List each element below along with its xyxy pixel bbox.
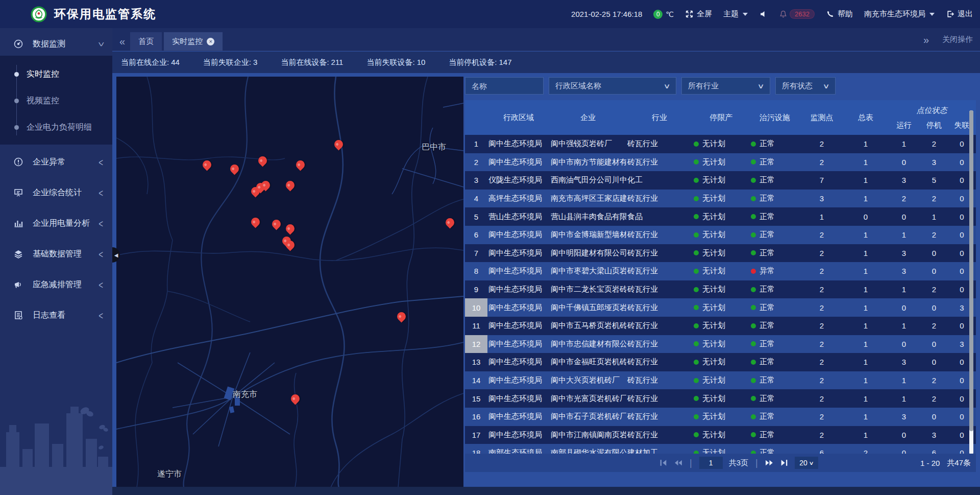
next-page-icon[interactable]	[765, 459, 774, 466]
table-row[interactable]: 8阆中生态环境局阆中市枣碧大梁山页岩砖瓦行业无计划异常21300	[465, 262, 976, 280]
range-label: 1 - 20	[920, 459, 940, 467]
table-row[interactable]: 10阆中生态环境局阆中千佛镇五郎垭页岩砖瓦行业无计划正常21003	[465, 298, 976, 317]
tabs-scroll-left-icon[interactable]: «	[119, 36, 125, 46]
close-operations-button[interactable]: 关闭操作	[942, 35, 973, 44]
page-size-select[interactable]: 20∨	[795, 457, 818, 469]
sidebar-item[interactable]: 基础数据管理<	[0, 241, 112, 267]
stat-item: 当前失联设备:10	[366, 58, 425, 67]
map-panel[interactable]: 巴中市南充市遂宁市	[116, 77, 463, 487]
row-production-status: 无计划	[702, 194, 725, 203]
logout-button[interactable]: 退出	[946, 9, 973, 19]
help-button[interactable]: 帮助	[826, 9, 853, 19]
sidebar-item[interactable]: 日志查看<	[0, 302, 112, 328]
sidebar: 数据监测<实时监控视频监控企业电力负荷明细企业异常<企业综合统计<企业用电量分析…	[0, 28, 112, 495]
row-run-count: 1	[888, 226, 920, 244]
row-pollution-status: 正常	[760, 321, 775, 331]
chevron-left-icon: <	[99, 156, 103, 168]
tabs-scroll-right-icon[interactable]: »	[923, 35, 929, 45]
name-filter-input[interactable]	[472, 82, 537, 90]
row-index: 9	[465, 280, 487, 299]
status-dot-icon	[751, 432, 756, 437]
last-page-icon[interactable]	[780, 459, 789, 466]
first-page-icon[interactable]	[659, 459, 668, 466]
table-row[interactable]: 1阆中生态环境局阆中强锐页岩砖厂砖瓦行业无计划正常21120	[465, 135, 976, 153]
row-run-count: 1	[888, 371, 920, 390]
row-monitor-count: 2	[800, 389, 844, 408]
table-row[interactable]: 13阆中生态环境局阆中市金福旺页岩机砖砖瓦行业无计划正常21300	[465, 353, 976, 371]
tab-home[interactable]: 首页	[130, 32, 162, 51]
prev-page-icon[interactable]	[674, 459, 682, 466]
status-dot-icon	[694, 414, 699, 419]
sidebar-menu: 数据监测<实时监控视频监控企业电力负荷明细企业异常<企业综合统计<企业用电量分析…	[0, 28, 112, 328]
table-row[interactable]: 15阆中生态环境局阆中市光富页岩机砖厂砖瓦行业无计划正常21120	[465, 389, 976, 408]
row-meter-count: 0	[844, 207, 888, 226]
speaker-muted-icon	[759, 10, 768, 18]
industry-filter-select[interactable]: 所有行业∨	[681, 77, 770, 95]
row-meter-count: 1	[844, 389, 888, 408]
table-row[interactable]: 2阆中生态环境局阆中市南方节能建材有砖瓦行业无计划正常21030	[465, 153, 976, 172]
stat-item: 当前停机设备:147	[449, 58, 511, 67]
row-meter-count: 1	[844, 280, 888, 299]
status-dot-icon	[751, 360, 756, 365]
tab-closable[interactable]: 实时监控×	[164, 32, 223, 51]
sidebar-subitem[interactable]: 视频监控	[0, 87, 112, 114]
row-production-status: 无计划	[702, 430, 725, 440]
board-icon	[13, 187, 23, 198]
status-filter-select[interactable]: 所有状态∨	[775, 77, 836, 95]
table-row[interactable]: 12阆中生态环境局阆中市忠信建材有限公砖瓦行业无计划正常21003	[465, 335, 976, 353]
col-group-point-status: 点位状态	[888, 100, 976, 115]
row-pollution-status: 正常	[760, 139, 775, 149]
sidebar-item[interactable]: 企业用电量分析<	[0, 210, 112, 237]
sidebar-subitem[interactable]: 实时监控	[0, 61, 112, 87]
sidebar-item[interactable]: 数据监测<	[0, 32, 112, 56]
row-enterprise: 阆中市石子页岩机砖厂	[550, 408, 626, 426]
row-stop-count: 2	[920, 280, 948, 299]
row-region: 阆中生态环境局	[487, 244, 550, 263]
table-row[interactable]: 11阆中生态环境局阆中市五马桥页岩机砖砖瓦行业无计划正常21120	[465, 317, 976, 335]
table-row[interactable]: 16阆中生态环境局阆中市石子页岩机砖厂砖瓦行业无计划正常21300	[465, 408, 976, 426]
row-region: 阆中生态环境局	[487, 262, 550, 280]
row-monitor-count: 2	[800, 226, 844, 244]
sidebar-item[interactable]: 企业综合统计<	[0, 179, 112, 206]
sidebar-item[interactable]: 应急减排管理<	[0, 271, 112, 298]
table-row[interactable]: 18南部生态环境局南部县砌华水泥有限公建材加工无计划正常62060	[465, 444, 976, 454]
sidebar-item[interactable]: 企业异常<	[0, 149, 112, 175]
region-filter-select[interactable]: 行政区域名称∨	[549, 77, 676, 95]
theme-dropdown[interactable]: 主题	[723, 9, 748, 19]
table-row[interactable]: 17阆中生态环境局阆中市江南镇阆南页岩砖瓦行业无计划正常21030	[465, 426, 976, 444]
page-number-input[interactable]	[699, 457, 723, 469]
table-row[interactable]: 4高坪生态环境局南充市高坪区王家店建砖瓦行业无计划正常31220	[465, 190, 976, 208]
row-meter-count: 1	[844, 353, 888, 371]
table-row[interactable]: 9阆中生态环境局阆中市二龙长宝页岩砖砖瓦行业无计划正常21120	[465, 280, 976, 299]
row-industry: 食品	[626, 207, 693, 226]
row-production-status: 无计划	[702, 230, 725, 240]
row-region: 阆中生态环境局	[487, 371, 550, 390]
table-row[interactable]: 5营山生态环境局营山县润丰肉食品有限食品无计划正常10010	[465, 207, 976, 226]
row-region: 营山生态环境局	[487, 207, 550, 226]
row-index: 17	[465, 426, 487, 444]
mute-button[interactable]	[759, 10, 768, 18]
row-enterprise: 南部县砌华水泥有限公	[550, 444, 626, 454]
chevron-left-icon: <	[99, 278, 103, 291]
table-row[interactable]: 3仪陇生态环境局西南油气田分公司川中化工无计划正常71350	[465, 171, 976, 190]
row-meter-count: 1	[844, 408, 888, 426]
table-row[interactable]: 7阆中生态环境局阆中明阳建材有限公司砖瓦行业无计划正常21300	[465, 244, 976, 263]
org-dropdown[interactable]: 南充市生态环境局	[864, 9, 935, 19]
table-row[interactable]: 14阆中生态环境局阆中大兴页岩机砖厂砖瓦行业无计划正常21120	[465, 371, 976, 390]
row-production-status: 无计划	[702, 357, 725, 367]
row-pollution-status: 正常	[760, 303, 775, 313]
table-scrollbar[interactable]	[969, 110, 973, 455]
fullscreen-button[interactable]: 全屏	[685, 9, 712, 19]
notifications-button[interactable]: 2632	[779, 9, 815, 19]
table-row[interactable]: 6阆中生态环境局阆中市金博瑞新型墙材砖瓦行业无计划正常21120	[465, 226, 976, 244]
col-run: 运行	[888, 115, 920, 135]
chevron-down-icon	[743, 13, 748, 16]
row-region: 阆中生态环境局	[487, 335, 550, 353]
chevron-left-icon: <	[99, 248, 103, 260]
close-icon[interactable]: ×	[207, 38, 214, 45]
name-filter-field[interactable]	[465, 77, 544, 95]
row-pollution-status: 正常	[760, 448, 775, 454]
sidebar-subitem[interactable]: 企业电力负荷明细	[0, 114, 112, 140]
chevron-down-icon: ∨	[757, 82, 765, 90]
scrollbar-thumb[interactable]	[969, 110, 973, 431]
